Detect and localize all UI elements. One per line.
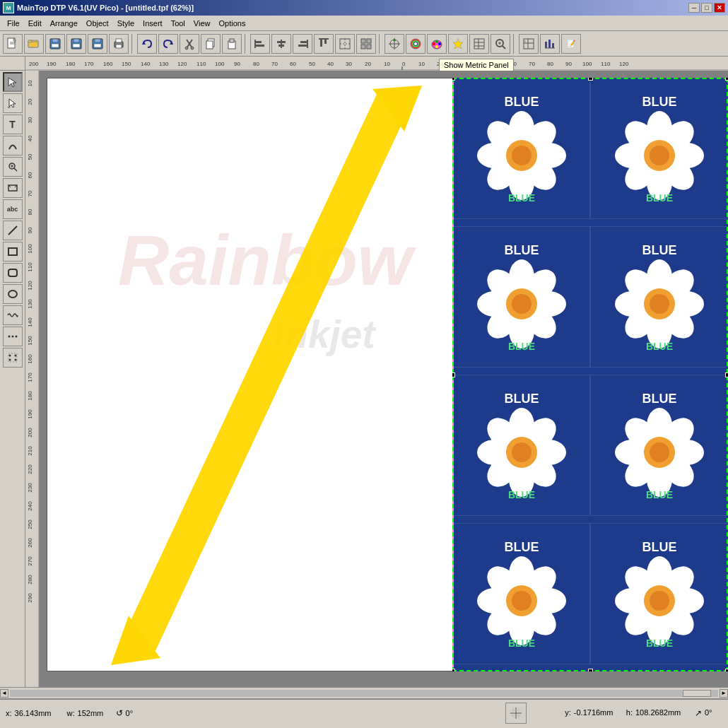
dotted-tool[interactable] (3, 327, 23, 346)
svg-point-60 (435, 45, 438, 48)
new-button[interactable] (3, 34, 23, 54)
close-button[interactable]: ✕ (714, 3, 725, 13)
h-scroll-thumb[interactable] (683, 690, 711, 697)
svg-text:50: 50 (309, 61, 315, 67)
svg-rect-126 (8, 269, 17, 276)
main-layout: 200 190 180 170 160 150 140 130 120 110 … (0, 57, 728, 687)
rect-tool[interactable] (3, 242, 23, 262)
flower-cell-2: BLUE (590, 78, 728, 219)
menu-tool[interactable]: Tool (167, 18, 189, 29)
copy-button[interactable] (201, 34, 221, 54)
redo-button[interactable] (158, 34, 178, 54)
minimize-button[interactable]: ─ (688, 3, 700, 13)
status-x-label: x: (6, 709, 12, 717)
canvas-area[interactable]: Rainbow Inkjet (40, 71, 728, 687)
svg-point-24 (191, 47, 194, 49)
svg-text:120: 120 (177, 61, 187, 67)
window-title: MainTop DTP V6.1(UV Pico) - [untitled.tp… (17, 4, 688, 12)
star-button[interactable] (448, 34, 468, 54)
grid-button[interactable] (356, 34, 376, 54)
svg-text:280: 280 (27, 575, 33, 585)
svg-rect-39 (320, 40, 322, 47)
crosshair-button[interactable] (384, 34, 404, 54)
dots2-tool[interactable] (3, 348, 23, 368)
svg-text:20: 20 (27, 98, 33, 105)
svg-text:BLUE: BLUE (504, 243, 539, 257)
arc-tool[interactable] (3, 136, 23, 155)
status-y-value: -0.1716mm (574, 708, 623, 718)
svg-rect-18 (116, 45, 122, 48)
table-button[interactable] (469, 34, 489, 54)
svg-text:220: 220 (27, 464, 33, 474)
wave-tool[interactable] (3, 305, 23, 325)
save2-button[interactable] (66, 34, 86, 54)
align-right-button[interactable] (293, 34, 312, 54)
save3-button[interactable] (88, 34, 107, 54)
line-tool[interactable] (3, 221, 23, 240)
svg-text:200: 200 (29, 61, 39, 67)
menu-arrange[interactable]: Arrange (46, 18, 82, 29)
roundrect-tool[interactable] (3, 263, 23, 283)
left-toolbar: T abc (0, 71, 25, 687)
svg-text:160: 160 (103, 61, 113, 67)
ellipse-tool[interactable] (3, 284, 23, 304)
abc-tool[interactable]: abc (3, 199, 23, 219)
frame-tool[interactable] (3, 178, 23, 198)
zoom-tool[interactable] (3, 157, 23, 177)
status-x-value: 36.143mm (15, 709, 64, 717)
svg-rect-45 (367, 39, 371, 43)
canvas-page: Rainbow Inkjet (47, 78, 485, 671)
metric-button[interactable]: X (519, 34, 539, 54)
menu-style[interactable]: Style (113, 18, 139, 29)
sep1 (131, 34, 134, 54)
svg-rect-76 (552, 43, 554, 48)
menu-bar: File Edit Arrange Object Style Insert To… (0, 16, 728, 31)
svg-text:140: 140 (27, 317, 33, 327)
open-button[interactable] (24, 34, 44, 54)
svg-text:X: X (524, 40, 526, 43)
svg-text:60: 60 (290, 61, 296, 67)
title-bar: M MainTop DTP V6.1(UV Pico) - [untitled.… (0, 0, 728, 16)
svg-rect-44 (361, 39, 365, 43)
svg-point-194 (650, 146, 669, 165)
svg-rect-74 (545, 42, 547, 48)
distribute-button[interactable] (335, 34, 355, 54)
flower-cell-8: BLUE (590, 523, 728, 664)
menu-insert[interactable]: Insert (139, 18, 167, 29)
menu-options[interactable]: Options (214, 18, 249, 29)
svg-marker-114 (8, 78, 16, 87)
palette-button[interactable] (427, 34, 447, 54)
cut-button[interactable] (180, 34, 199, 54)
align-top-button[interactable] (314, 34, 334, 54)
scroll-right-button[interactable]: ► (720, 689, 728, 698)
save-button[interactable] (45, 34, 65, 54)
paste-button[interactable] (222, 34, 242, 54)
svg-text:80: 80 (253, 61, 259, 67)
text-button[interactable]: 📝 (561, 34, 581, 54)
maximize-button[interactable]: □ (701, 3, 712, 13)
align-center-button[interactable] (271, 34, 291, 54)
select-tool[interactable] (3, 72, 23, 92)
status-grid-btn[interactable] (505, 703, 527, 724)
status-h-label: h: (626, 708, 633, 718)
menu-file[interactable]: File (3, 18, 24, 29)
svg-text:150: 150 (27, 336, 33, 346)
horizontal-scrollbar[interactable]: ◄ ► (0, 687, 728, 698)
align-left-button[interactable] (250, 34, 270, 54)
menu-object[interactable]: Object (82, 18, 113, 29)
h-scroll-track[interactable] (10, 690, 718, 697)
pointer-tool[interactable] (3, 93, 23, 113)
undo-button[interactable] (137, 34, 157, 54)
menu-view[interactable]: View (189, 18, 215, 29)
svg-rect-14 (95, 39, 100, 42)
svg-text:120: 120 (619, 61, 629, 67)
zoom-button[interactable] (491, 34, 510, 54)
print-button[interactable] (109, 34, 129, 54)
svg-text:100: 100 (582, 61, 592, 67)
text-tool[interactable]: T (3, 115, 23, 134)
scroll-left-button[interactable]: ◄ (0, 689, 8, 698)
menu-edit[interactable]: Edit (24, 18, 46, 29)
chart-button[interactable] (540, 34, 560, 54)
color-wheel-button[interactable] (406, 34, 425, 54)
svg-point-182 (512, 146, 532, 165)
